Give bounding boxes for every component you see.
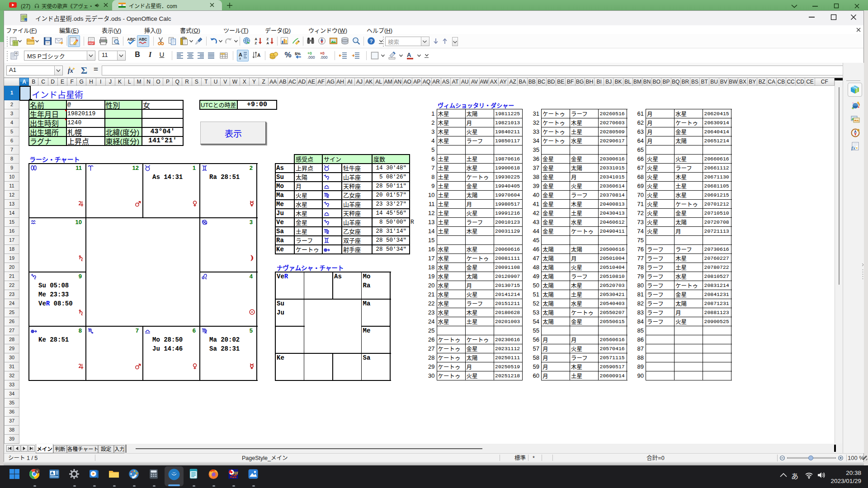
svg-text:PDF: PDF [89, 42, 94, 45]
svg-text:A: A [255, 37, 258, 41]
svg-text:Z: Z [267, 37, 269, 41]
svg-text:A: A [267, 41, 269, 45]
svg-text:.000: .000 [320, 55, 328, 60]
svg-text:ABC: ABC [127, 37, 136, 42]
svg-text:fx: fx [851, 145, 856, 150]
svg-text:A: A [257, 53, 260, 58]
svg-text:y: y [37, 469, 38, 473]
svg-text:ABC: ABC [139, 37, 147, 42]
svg-text:JH: JH [232, 471, 239, 475]
svg-text:?: ? [370, 38, 373, 44]
svg-text:fx: fx [68, 67, 73, 74]
svg-text:N: N [858, 129, 859, 131]
svg-text:A: A [239, 52, 242, 57]
svg-text:.000: .000 [307, 55, 315, 60]
svg-text:Z: Z [255, 41, 257, 45]
svg-text:A: A [407, 52, 411, 58]
